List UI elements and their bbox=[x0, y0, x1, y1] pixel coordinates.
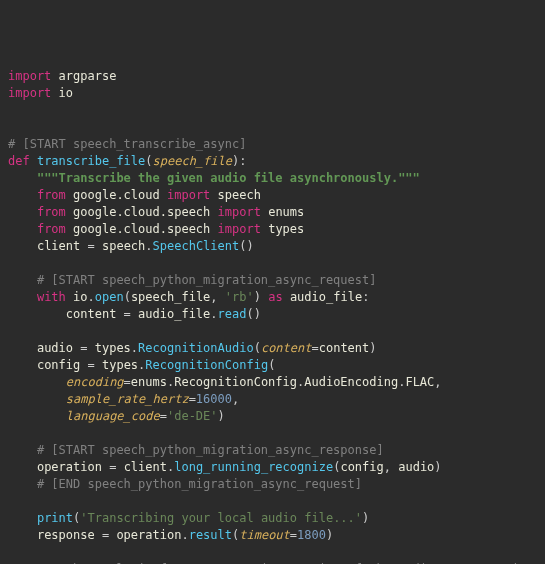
method: result bbox=[189, 528, 232, 542]
obj: audio_file bbox=[138, 307, 210, 321]
paren-open: ( bbox=[268, 358, 275, 372]
attr: FLAC bbox=[405, 375, 434, 389]
module-path: google.cloud bbox=[73, 188, 160, 202]
comma: , bbox=[232, 392, 239, 406]
paren-close: ) bbox=[362, 511, 369, 525]
comment: # [END speech_python_migration_async_req… bbox=[37, 477, 362, 491]
attr: RecognitionConfig bbox=[174, 375, 297, 389]
string-literal: 'rb' bbox=[225, 290, 254, 304]
parens: () bbox=[239, 239, 253, 253]
comma: , bbox=[210, 290, 224, 304]
attr: AudioEncoding bbox=[304, 375, 398, 389]
obj: io bbox=[73, 290, 87, 304]
comment: # [START speech_python_migration_async_r… bbox=[37, 273, 377, 287]
kwarg: content bbox=[261, 341, 312, 355]
paren-close: ) bbox=[326, 528, 333, 542]
method: RecognitionAudio bbox=[138, 341, 254, 355]
kwarg: sample_rate_hertz bbox=[66, 392, 189, 406]
arg: content bbox=[319, 341, 370, 355]
obj: client bbox=[124, 460, 167, 474]
var-config: config bbox=[37, 358, 80, 372]
parens: () bbox=[246, 307, 260, 321]
paren-close: ) bbox=[254, 290, 261, 304]
paren-close: ) bbox=[434, 460, 441, 474]
kwarg: encoding bbox=[66, 375, 124, 389]
var-response: response bbox=[37, 528, 95, 542]
dot: . bbox=[181, 528, 188, 542]
string-literal: 'Transcribing your local audio file...' bbox=[80, 511, 362, 525]
keyword-import: import bbox=[218, 222, 261, 236]
builtin-open: open bbox=[95, 290, 124, 304]
method: RecognitionConfig bbox=[145, 358, 268, 372]
equals: = bbox=[73, 341, 95, 355]
equals: = bbox=[80, 358, 102, 372]
method: SpeechClient bbox=[153, 239, 240, 253]
keyword-import: import bbox=[8, 69, 51, 83]
keyword-from: from bbox=[37, 222, 66, 236]
number-literal: 1800 bbox=[297, 528, 326, 542]
dot: . bbox=[145, 239, 152, 253]
var-client: client bbox=[37, 239, 80, 253]
string-literal: 'de-DE' bbox=[167, 409, 218, 423]
obj: types bbox=[95, 341, 131, 355]
keyword-as: as bbox=[268, 290, 282, 304]
keyword-import: import bbox=[218, 205, 261, 219]
module-path: google.cloud.speech bbox=[73, 205, 210, 219]
dot: . bbox=[88, 290, 95, 304]
paren-close-colon: ): bbox=[232, 154, 246, 168]
parameter: speech_file bbox=[153, 154, 232, 168]
keyword-import: import bbox=[8, 86, 51, 100]
module-name: argparse bbox=[59, 69, 117, 83]
method: read bbox=[218, 307, 247, 321]
docstring: """Transcribe the given audio file async… bbox=[37, 171, 420, 185]
kwarg: timeout bbox=[239, 528, 290, 542]
keyword-from: from bbox=[37, 205, 66, 219]
colon: : bbox=[362, 290, 369, 304]
obj: types bbox=[102, 358, 138, 372]
comma: , bbox=[434, 375, 441, 389]
keyword-import: import bbox=[167, 188, 210, 202]
method: long_running_recognize bbox=[174, 460, 333, 474]
keyword-with: with bbox=[37, 290, 66, 304]
keyword-from: from bbox=[37, 188, 66, 202]
imported-name: speech bbox=[218, 188, 261, 202]
comment: # [START speech_python_migration_async_r… bbox=[37, 443, 384, 457]
var: audio_file bbox=[290, 290, 362, 304]
equals: = bbox=[95, 528, 117, 542]
var-audio: audio bbox=[37, 341, 73, 355]
arg: audio bbox=[398, 460, 434, 474]
kwarg: language_code bbox=[66, 409, 160, 423]
paren-open: ( bbox=[254, 341, 261, 355]
function-name: transcribe_file bbox=[37, 154, 145, 168]
paren-open: ( bbox=[124, 290, 131, 304]
obj: operation bbox=[116, 528, 181, 542]
obj: enums bbox=[131, 375, 167, 389]
equals: = bbox=[80, 239, 102, 253]
imported-name: types bbox=[268, 222, 304, 236]
equals: = bbox=[102, 460, 124, 474]
arg: config bbox=[340, 460, 383, 474]
equals: = bbox=[116, 307, 138, 321]
paren-open: ( bbox=[145, 154, 152, 168]
module-name: io bbox=[59, 86, 73, 100]
comma: , bbox=[384, 460, 398, 474]
arg: speech_file bbox=[131, 290, 210, 304]
number-literal: 16000 bbox=[196, 392, 232, 406]
keyword-def: def bbox=[8, 154, 30, 168]
paren-close: ) bbox=[369, 341, 376, 355]
obj: speech bbox=[102, 239, 145, 253]
imported-name: enums bbox=[268, 205, 304, 219]
code-editor: import argparse import io # [START speec… bbox=[0, 68, 545, 564]
comment: # [START speech_transcribe_async] bbox=[8, 137, 246, 151]
dot: . bbox=[210, 307, 217, 321]
builtin-print: print bbox=[37, 511, 73, 525]
paren-close: ) bbox=[218, 409, 225, 423]
module-path: google.cloud.speech bbox=[73, 222, 210, 236]
var-operation: operation bbox=[37, 460, 102, 474]
dot: . bbox=[131, 341, 138, 355]
var-content: content bbox=[66, 307, 117, 321]
